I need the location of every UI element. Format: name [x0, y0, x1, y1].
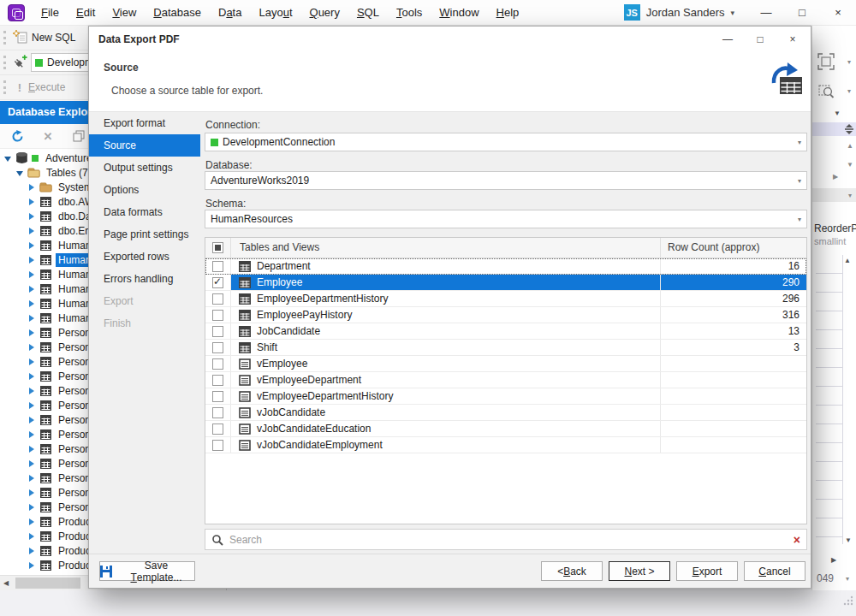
wizard-step-options[interactable]: Options	[89, 179, 200, 201]
wizard-step-errors-handling[interactable]: Errors handling	[89, 268, 200, 290]
object-name-cell[interactable]: vJobCandidateEmployment	[231, 437, 661, 453]
menu-item-help[interactable]: Help	[488, 2, 528, 23]
menu-item-window[interactable]: Window	[431, 2, 487, 23]
wizard-step-finish[interactable]: Finish	[89, 312, 200, 335]
menu-item-data[interactable]: Data	[210, 2, 250, 23]
chevron-collapsed-icon[interactable]	[27, 358, 36, 366]
user-name[interactable]: Jordan Sanders	[646, 6, 725, 19]
table-row[interactable]: Shift3	[205, 340, 806, 356]
grid-column-header[interactable]: ReorderPoint smallint	[814, 222, 856, 246]
menu-item-database[interactable]: Database	[145, 2, 210, 23]
wizard-step-export-format[interactable]: Export format	[89, 112, 200, 134]
chevron-collapsed-icon[interactable]	[27, 314, 36, 323]
row-checkbox-cell[interactable]	[205, 323, 231, 339]
row-checkbox-cell[interactable]	[205, 291, 231, 306]
toolbar-grip[interactable]	[3, 31, 6, 44]
select-all-checkbox[interactable]	[205, 238, 231, 258]
row-checkbox-cell[interactable]	[205, 372, 231, 388]
chevron-collapsed-icon[interactable]	[27, 329, 36, 337]
row-checkbox-cell[interactable]	[205, 307, 231, 323]
chevron-collapsed-icon[interactable]	[27, 212, 36, 221]
checkbox-unchecked[interactable]	[212, 293, 223, 305]
clear-search-icon[interactable]: ×	[794, 534, 800, 546]
row-checkbox-cell[interactable]	[205, 275, 231, 290]
connection-combobox[interactable]: DevelopmentConnection▾	[205, 133, 807, 151]
table-row[interactable]: EmployeeDepartmentHistory296	[205, 291, 806, 307]
checkbox-unchecked[interactable]	[212, 326, 223, 337]
chevron-down-icon[interactable]: ▾	[847, 58, 851, 66]
chevron-collapsed-icon[interactable]	[27, 416, 36, 424]
chevron-collapsed-icon[interactable]	[27, 241, 36, 250]
chevron-down-icon[interactable]: ▾	[798, 216, 801, 223]
row-checkbox-cell[interactable]	[205, 388, 231, 404]
scroll-down-icon[interactable]: ▼	[847, 161, 853, 169]
wizard-step-source[interactable]: Source	[89, 134, 200, 157]
chevron-expanded-icon[interactable]	[3, 154, 12, 163]
export-button[interactable]: Export	[676, 561, 738, 581]
toolbar-grip[interactable]	[3, 56, 6, 69]
row-checkbox-cell[interactable]	[205, 405, 231, 420]
chevron-collapsed-icon[interactable]	[27, 430, 36, 439]
chevron-collapsed-icon[interactable]	[27, 503, 36, 512]
object-name-cell[interactable]: vJobCandidate	[231, 405, 661, 420]
checkbox-unchecked[interactable]	[212, 440, 223, 451]
execute-button[interactable]: Execute	[28, 81, 65, 93]
back-button[interactable]: < Back	[541, 561, 603, 581]
chevron-down-icon[interactable]: ▼	[834, 110, 841, 117]
checkbox-unchecked[interactable]	[212, 261, 223, 272]
table-row[interactable]: vEmployeeDepartment	[205, 372, 806, 388]
checkbox-unchecked[interactable]	[212, 375, 223, 386]
close-button[interactable]: ×	[820, 0, 856, 25]
refresh-icon[interactable]	[10, 129, 24, 143]
menu-item-sql[interactable]: SQL	[348, 2, 388, 23]
table-row[interactable]: vJobCandidateEmployment	[205, 437, 806, 453]
chevron-down-icon[interactable]: ▾	[848, 192, 852, 199]
chevron-collapsed-icon[interactable]	[27, 285, 36, 293]
menu-item-file[interactable]: File	[33, 2, 68, 23]
checkbox-unchecked[interactable]	[212, 310, 223, 321]
toolbar-grip[interactable]	[3, 80, 6, 94]
next-button[interactable]: Next >	[609, 561, 670, 581]
checkbox-unchecked[interactable]	[212, 358, 223, 370]
new-sql-button[interactable]: New SQL	[32, 32, 75, 44]
database-combobox[interactable]: AdventureWorks2019▾	[205, 171, 807, 190]
table-row[interactable]: EmployeePayHistory316	[205, 307, 806, 323]
chevron-collapsed-icon[interactable]	[27, 445, 36, 453]
table-row[interactable]: vJobCandidateEducation	[205, 421, 806, 437]
fit-to-screen-icon[interactable]	[816, 51, 836, 72]
new-connection-icon[interactable]	[13, 55, 27, 71]
chevron-collapsed-icon[interactable]	[27, 401, 36, 410]
checkbox-unchecked[interactable]	[212, 391, 223, 402]
object-name-cell[interactable]: Department	[231, 258, 661, 274]
table-row[interactable]: Employee290	[205, 275, 806, 291]
table-row[interactable]: vEmployee	[205, 356, 806, 372]
chevron-collapsed-icon[interactable]	[27, 183, 36, 192]
search-input[interactable]	[229, 534, 794, 546]
schema-combobox[interactable]: HumanResources▾	[205, 210, 807, 228]
row-checkbox-cell[interactable]	[205, 340, 231, 355]
menu-item-layout[interactable]: Layout	[250, 2, 300, 23]
chevron-collapsed-icon[interactable]	[27, 343, 36, 352]
menu-item-tools[interactable]: Tools	[388, 2, 431, 23]
chevron-collapsed-icon[interactable]	[27, 227, 36, 235]
scroll-right-icon[interactable]: ▶	[833, 173, 838, 181]
zoom-selection-icon[interactable]	[816, 80, 836, 101]
checkbox-checked[interactable]	[212, 277, 223, 288]
chevron-expanded-icon[interactable]	[15, 169, 24, 177]
chevron-collapsed-icon[interactable]	[27, 299, 36, 308]
cancel-button[interactable]: Cancel	[744, 561, 805, 581]
minimize-button[interactable]: —	[748, 0, 784, 25]
save-template-button[interactable]: Save Template...	[99, 561, 195, 581]
maximize-button[interactable]: □	[784, 0, 820, 25]
wizard-step-export[interactable]: Export	[89, 290, 200, 312]
dialog-minimize-button[interactable]: —	[711, 27, 744, 52]
scroll-left-icon[interactable]: ◀	[3, 579, 9, 587]
scroll-down-icon[interactable]: ▼	[845, 536, 852, 544]
dialog-maximize-button[interactable]: □	[744, 27, 776, 52]
chevron-collapsed-icon[interactable]	[27, 387, 36, 395]
chevron-collapsed-icon[interactable]	[27, 474, 36, 483]
checkbox-unchecked[interactable]	[212, 424, 223, 435]
column-header-tables[interactable]: Tables and Views	[231, 238, 661, 258]
row-checkbox-cell[interactable]	[205, 421, 231, 436]
menu-item-query[interactable]: Query	[301, 2, 348, 23]
